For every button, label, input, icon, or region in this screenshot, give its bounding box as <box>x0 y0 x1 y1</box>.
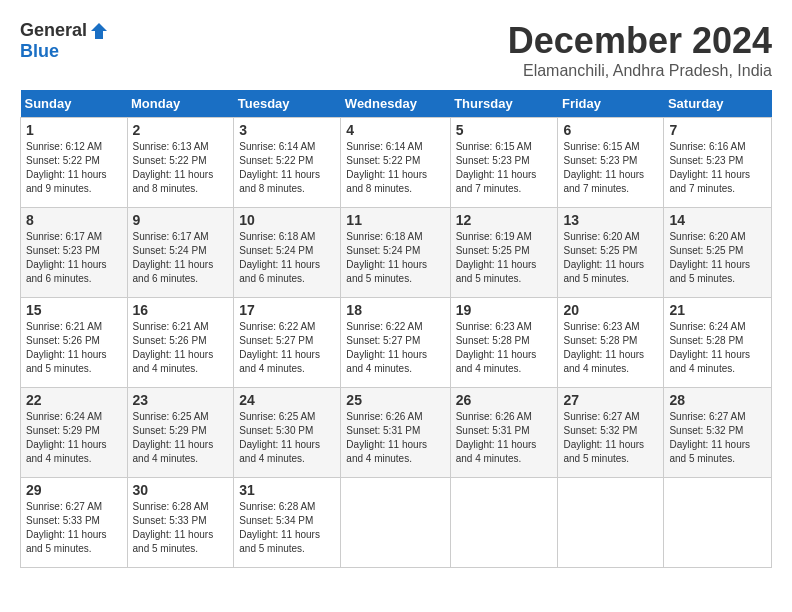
day-info: Sunrise: 6:25 AMSunset: 5:30 PMDaylight:… <box>239 410 335 466</box>
day-number: 27 <box>563 392 658 408</box>
cell-week5-day1: 30Sunrise: 6:28 AMSunset: 5:33 PMDayligh… <box>127 478 234 568</box>
col-thursday: Thursday <box>450 90 558 118</box>
day-info: Sunrise: 6:26 AMSunset: 5:31 PMDaylight:… <box>456 410 553 466</box>
day-info: Sunrise: 6:22 AMSunset: 5:27 PMDaylight:… <box>239 320 335 376</box>
logo: General Blue <box>20 20 109 62</box>
calendar-body: 1Sunrise: 6:12 AMSunset: 5:22 PMDaylight… <box>21 118 772 568</box>
location-title: Elamanchili, Andhra Pradesh, India <box>508 62 772 80</box>
col-saturday: Saturday <box>664 90 772 118</box>
day-number: 6 <box>563 122 658 138</box>
day-info: Sunrise: 6:27 AMSunset: 5:32 PMDaylight:… <box>669 410 766 466</box>
day-info: Sunrise: 6:17 AMSunset: 5:24 PMDaylight:… <box>133 230 229 286</box>
day-info: Sunrise: 6:17 AMSunset: 5:23 PMDaylight:… <box>26 230 122 286</box>
day-number: 30 <box>133 482 229 498</box>
day-number: 1 <box>26 122 122 138</box>
week-row-5: 29Sunrise: 6:27 AMSunset: 5:33 PMDayligh… <box>21 478 772 568</box>
day-number: 21 <box>669 302 766 318</box>
day-number: 7 <box>669 122 766 138</box>
day-number: 15 <box>26 302 122 318</box>
cell-week2-day0: 8Sunrise: 6:17 AMSunset: 5:23 PMDaylight… <box>21 208 128 298</box>
cell-week5-day5 <box>558 478 664 568</box>
cell-week1-day4: 5Sunrise: 6:15 AMSunset: 5:23 PMDaylight… <box>450 118 558 208</box>
week-row-3: 15Sunrise: 6:21 AMSunset: 5:26 PMDayligh… <box>21 298 772 388</box>
cell-week1-day0: 1Sunrise: 6:12 AMSunset: 5:22 PMDaylight… <box>21 118 128 208</box>
cell-week1-day3: 4Sunrise: 6:14 AMSunset: 5:22 PMDaylight… <box>341 118 450 208</box>
cell-week4-day3: 25Sunrise: 6:26 AMSunset: 5:31 PMDayligh… <box>341 388 450 478</box>
day-number: 29 <box>26 482 122 498</box>
calendar-table: Sunday Monday Tuesday Wednesday Thursday… <box>20 90 772 568</box>
cell-week2-day6: 14Sunrise: 6:20 AMSunset: 5:25 PMDayligh… <box>664 208 772 298</box>
day-info: Sunrise: 6:20 AMSunset: 5:25 PMDaylight:… <box>563 230 658 286</box>
month-title: December 2024 <box>508 20 772 62</box>
cell-week2-day2: 10Sunrise: 6:18 AMSunset: 5:24 PMDayligh… <box>234 208 341 298</box>
day-info: Sunrise: 6:18 AMSunset: 5:24 PMDaylight:… <box>239 230 335 286</box>
day-info: Sunrise: 6:18 AMSunset: 5:24 PMDaylight:… <box>346 230 444 286</box>
day-info: Sunrise: 6:21 AMSunset: 5:26 PMDaylight:… <box>26 320 122 376</box>
cell-week1-day2: 3Sunrise: 6:14 AMSunset: 5:22 PMDaylight… <box>234 118 341 208</box>
day-number: 4 <box>346 122 444 138</box>
day-number: 13 <box>563 212 658 228</box>
cell-week3-day5: 20Sunrise: 6:23 AMSunset: 5:28 PMDayligh… <box>558 298 664 388</box>
day-number: 12 <box>456 212 553 228</box>
cell-week1-day5: 6Sunrise: 6:15 AMSunset: 5:23 PMDaylight… <box>558 118 664 208</box>
logo-blue-text: Blue <box>20 41 59 62</box>
cell-week5-day6 <box>664 478 772 568</box>
cell-week2-day4: 12Sunrise: 6:19 AMSunset: 5:25 PMDayligh… <box>450 208 558 298</box>
cell-week3-day3: 18Sunrise: 6:22 AMSunset: 5:27 PMDayligh… <box>341 298 450 388</box>
logo-icon <box>89 21 109 41</box>
svg-marker-0 <box>91 23 107 39</box>
day-info: Sunrise: 6:16 AMSunset: 5:23 PMDaylight:… <box>669 140 766 196</box>
day-info: Sunrise: 6:27 AMSunset: 5:32 PMDaylight:… <box>563 410 658 466</box>
cell-week4-day4: 26Sunrise: 6:26 AMSunset: 5:31 PMDayligh… <box>450 388 558 478</box>
day-number: 16 <box>133 302 229 318</box>
day-number: 14 <box>669 212 766 228</box>
day-info: Sunrise: 6:21 AMSunset: 5:26 PMDaylight:… <box>133 320 229 376</box>
cell-week5-day4 <box>450 478 558 568</box>
cell-week4-day6: 28Sunrise: 6:27 AMSunset: 5:32 PMDayligh… <box>664 388 772 478</box>
day-number: 22 <box>26 392 122 408</box>
day-number: 19 <box>456 302 553 318</box>
week-row-4: 22Sunrise: 6:24 AMSunset: 5:29 PMDayligh… <box>21 388 772 478</box>
day-info: Sunrise: 6:12 AMSunset: 5:22 PMDaylight:… <box>26 140 122 196</box>
day-info: Sunrise: 6:14 AMSunset: 5:22 PMDaylight:… <box>346 140 444 196</box>
title-area: December 2024 Elamanchili, Andhra Prades… <box>508 20 772 80</box>
day-number: 5 <box>456 122 553 138</box>
cell-week5-day0: 29Sunrise: 6:27 AMSunset: 5:33 PMDayligh… <box>21 478 128 568</box>
day-number: 28 <box>669 392 766 408</box>
day-number: 20 <box>563 302 658 318</box>
day-info: Sunrise: 6:25 AMSunset: 5:29 PMDaylight:… <box>133 410 229 466</box>
logo-general-text: General <box>20 20 87 41</box>
day-number: 2 <box>133 122 229 138</box>
day-info: Sunrise: 6:23 AMSunset: 5:28 PMDaylight:… <box>456 320 553 376</box>
cell-week5-day2: 31Sunrise: 6:28 AMSunset: 5:34 PMDayligh… <box>234 478 341 568</box>
day-number: 8 <box>26 212 122 228</box>
header: General Blue December 2024 Elamanchili, … <box>20 20 772 80</box>
day-info: Sunrise: 6:23 AMSunset: 5:28 PMDaylight:… <box>563 320 658 376</box>
cell-week3-day0: 15Sunrise: 6:21 AMSunset: 5:26 PMDayligh… <box>21 298 128 388</box>
cell-week2-day1: 9Sunrise: 6:17 AMSunset: 5:24 PMDaylight… <box>127 208 234 298</box>
day-info: Sunrise: 6:20 AMSunset: 5:25 PMDaylight:… <box>669 230 766 286</box>
day-number: 25 <box>346 392 444 408</box>
day-info: Sunrise: 6:24 AMSunset: 5:29 PMDaylight:… <box>26 410 122 466</box>
header-row: Sunday Monday Tuesday Wednesday Thursday… <box>21 90 772 118</box>
day-number: 11 <box>346 212 444 228</box>
col-friday: Friday <box>558 90 664 118</box>
cell-week4-day2: 24Sunrise: 6:25 AMSunset: 5:30 PMDayligh… <box>234 388 341 478</box>
cell-week3-day6: 21Sunrise: 6:24 AMSunset: 5:28 PMDayligh… <box>664 298 772 388</box>
day-info: Sunrise: 6:28 AMSunset: 5:33 PMDaylight:… <box>133 500 229 556</box>
cell-week4-day5: 27Sunrise: 6:27 AMSunset: 5:32 PMDayligh… <box>558 388 664 478</box>
day-info: Sunrise: 6:22 AMSunset: 5:27 PMDaylight:… <box>346 320 444 376</box>
day-info: Sunrise: 6:14 AMSunset: 5:22 PMDaylight:… <box>239 140 335 196</box>
cell-week1-day6: 7Sunrise: 6:16 AMSunset: 5:23 PMDaylight… <box>664 118 772 208</box>
week-row-1: 1Sunrise: 6:12 AMSunset: 5:22 PMDaylight… <box>21 118 772 208</box>
col-sunday: Sunday <box>21 90 128 118</box>
day-number: 24 <box>239 392 335 408</box>
cell-week5-day3 <box>341 478 450 568</box>
day-number: 26 <box>456 392 553 408</box>
week-row-2: 8Sunrise: 6:17 AMSunset: 5:23 PMDaylight… <box>21 208 772 298</box>
day-info: Sunrise: 6:26 AMSunset: 5:31 PMDaylight:… <box>346 410 444 466</box>
cell-week2-day5: 13Sunrise: 6:20 AMSunset: 5:25 PMDayligh… <box>558 208 664 298</box>
day-number: 10 <box>239 212 335 228</box>
cell-week4-day1: 23Sunrise: 6:25 AMSunset: 5:29 PMDayligh… <box>127 388 234 478</box>
day-info: Sunrise: 6:15 AMSunset: 5:23 PMDaylight:… <box>563 140 658 196</box>
